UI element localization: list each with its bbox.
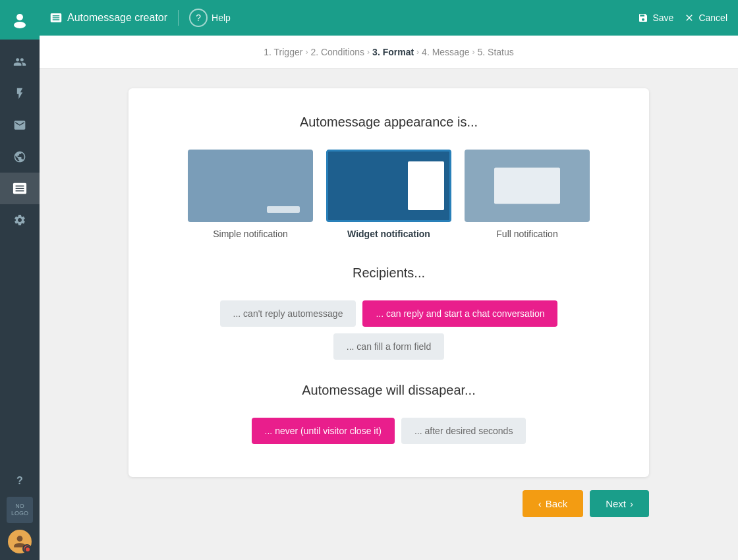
breadcrumb-arrow-2: ›: [367, 47, 370, 57]
disappear-never-button[interactable]: ... never (until visitor close it): [252, 418, 395, 444]
recipient-cant-reply-button[interactable]: ... can't reply automessage: [220, 300, 356, 327]
breadcrumb-step-trigger[interactable]: 1. Trigger: [264, 47, 302, 57]
main-content: Automessage creator ? Help Save Cancel 1…: [40, 0, 738, 560]
breadcrumb-arrow-4: ›: [472, 47, 474, 57]
topbar: Automessage creator ? Help Save Cancel: [40, 0, 738, 36]
recipients-section: Recipients... ... can't reply automessag…: [161, 266, 616, 360]
sidebar-bottom: ? NOLOGO: [0, 465, 40, 560]
sidebar-item-globe[interactable]: [0, 141, 40, 173]
disappear-buttons: ... never (until visitor close it) ... a…: [161, 418, 616, 444]
notification-options: Simple notification Widget notification …: [161, 150, 616, 239]
sidebar-item-automessage[interactable]: [0, 173, 40, 204]
recipient-fill-form-button[interactable]: ... can fill a form field: [333, 333, 444, 360]
breadcrumb-arrow-1: ›: [305, 47, 308, 57]
widget-notification-thumbnail: [326, 150, 451, 222]
notification-option-full[interactable]: Full notification: [465, 150, 590, 239]
save-button[interactable]: Save: [638, 13, 673, 23]
disappear-section: Automessage will dissapear... ... never …: [161, 383, 616, 444]
sidebar-item-lightning[interactable]: [0, 78, 40, 109]
svg-point-0: [16, 14, 23, 20]
recipient-can-reply-button[interactable]: ... can reply and start a chat conversat…: [362, 300, 557, 327]
appearance-title: Automessage appearance is...: [161, 115, 616, 130]
widget-notification-label: Widget notification: [347, 229, 430, 239]
app-logo: [0, 0, 40, 40]
no-logo-badge: NOLOGO: [7, 497, 33, 523]
breadcrumb-items: 1. Trigger › 2. Conditions › 3. Format ›…: [264, 47, 514, 57]
full-notification-label: Full notification: [496, 229, 557, 239]
sidebar-item-users[interactable]: [0, 46, 40, 78]
breadcrumb-arrow-3: ›: [416, 47, 419, 57]
breadcrumb-step-conditions[interactable]: 2. Conditions: [310, 47, 364, 57]
back-button[interactable]: ‹ Back: [523, 490, 583, 517]
notification-option-simple[interactable]: Simple notification: [188, 150, 313, 239]
simple-notification-thumbnail: [188, 150, 313, 222]
breadcrumb-step-format[interactable]: 3. Format: [372, 47, 414, 57]
breadcrumb-step-message[interactable]: 4. Message: [422, 47, 469, 57]
next-chevron-icon: ›: [630, 498, 633, 509]
topbar-title: Automessage creator: [50, 12, 167, 24]
sidebar-item-settings[interactable]: [0, 204, 40, 236]
main-card: Automessage appearance is... Simple noti…: [128, 88, 649, 477]
full-notification-thumbnail: [465, 150, 590, 222]
disappear-after-seconds-button[interactable]: ... after desired seconds: [401, 418, 526, 444]
breadcrumb: 1. Trigger › 2. Conditions › 3. Format ›…: [40, 36, 738, 69]
footer-nav: ‹ Back Next ›: [128, 490, 649, 517]
cancel-button[interactable]: Cancel: [684, 13, 727, 23]
breadcrumb-step-status[interactable]: 5. Status: [477, 47, 513, 57]
disappear-title: Automessage will dissapear...: [161, 383, 616, 398]
simple-notification-label: Simple notification: [213, 229, 288, 239]
sidebar-item-inbox[interactable]: [0, 109, 40, 141]
recipients-title: Recipients...: [161, 266, 616, 281]
topbar-divider: [178, 10, 179, 26]
svg-point-1: [14, 22, 26, 28]
notification-option-widget[interactable]: Widget notification: [326, 150, 451, 239]
user-status-dot: [24, 546, 31, 553]
sidebar-nav: [0, 46, 40, 465]
content-area: Automessage appearance is... Simple noti…: [40, 69, 738, 560]
help-icon: ?: [189, 9, 208, 27]
sidebar-item-help[interactable]: ?: [0, 465, 40, 497]
help-button[interactable]: ? Help: [189, 9, 231, 27]
back-chevron-icon: ‹: [538, 498, 542, 509]
sidebar: ? NOLOGO: [0, 0, 40, 560]
recipient-buttons: ... can't reply automessage ... can repl…: [161, 300, 616, 360]
next-button[interactable]: Next ›: [590, 490, 649, 517]
user-avatar-container[interactable]: [8, 530, 32, 553]
app-title: Automessage creator: [67, 12, 167, 24]
topbar-actions: Save Cancel: [638, 13, 727, 23]
